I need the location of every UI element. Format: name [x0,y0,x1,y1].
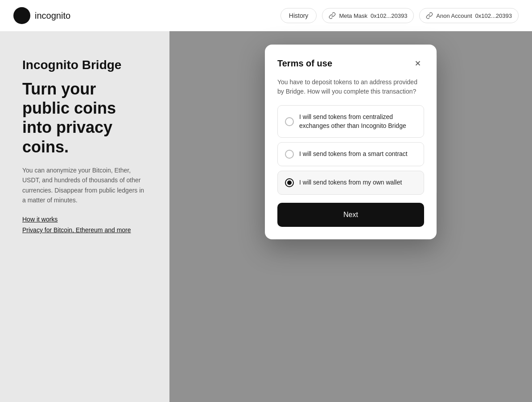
main-area: Send your token to the following address… [169,31,532,402]
logo-icon [13,7,30,24]
modal-overlay: Terms of use You have to deposit tokens … [169,31,532,402]
radio-option-own-wallet[interactable]: I will send tokens from my own wallet [277,171,424,195]
anon-label: Anon Account [436,12,472,19]
logo: incognito [13,7,70,24]
radio-label-3: I will send tokens from my own wallet [299,178,402,187]
tagline: Turn your public coins into privacy coin… [22,79,147,156]
radio-option-centralized[interactable]: I will send tokens from centralized exch… [277,105,424,138]
anon-account-badge[interactable]: Anon Account 0x102...20393 [419,8,519,23]
radio-circle-3 [285,178,294,187]
modal-header: Terms of use [277,57,424,70]
history-button[interactable]: History [280,8,317,23]
radio-circle-2 [285,150,294,159]
radio-option-smart-contract[interactable]: I will send tokens from a smart contract [277,142,424,166]
description-text: You can anonymize your Bitcoin, Ether, U… [22,165,147,205]
header: incognito History Meta Mask 0x102...2039… [0,0,532,31]
metamask-address: 0x102...20393 [371,12,407,19]
link-icon [329,12,336,19]
header-right: History Meta Mask 0x102...20393 Anon Acc… [280,8,519,23]
metamask-label: Meta Mask [339,12,367,19]
modal-close-button[interactable] [412,57,424,70]
bridge-title: Incognito Bridge [22,58,147,72]
modal-subtitle: You have to deposit tokens to an address… [277,78,424,96]
modal-title: Terms of use [277,58,332,69]
how-it-works-link[interactable]: How it works [22,216,147,223]
link-icon-anon [426,12,433,19]
privacy-link[interactable]: Privacy for Bitcoin, Ethereum and more [22,226,147,234]
left-panel: Incognito Bridge Turn your public coins … [0,31,169,402]
radio-label-1: I will send tokens from centralized exch… [299,113,417,130]
close-icon [414,59,422,67]
logo-text: incognito [35,11,70,21]
radio-circle-1 [285,117,294,126]
radio-label-2: I will send tokens from a smart contract [299,150,408,159]
anon-address: 0x102...20393 [475,12,512,19]
terms-modal: Terms of use You have to deposit tokens … [265,45,437,239]
metamask-wallet-badge[interactable]: Meta Mask 0x102...20393 [322,8,414,23]
next-button[interactable]: Next [277,203,424,227]
